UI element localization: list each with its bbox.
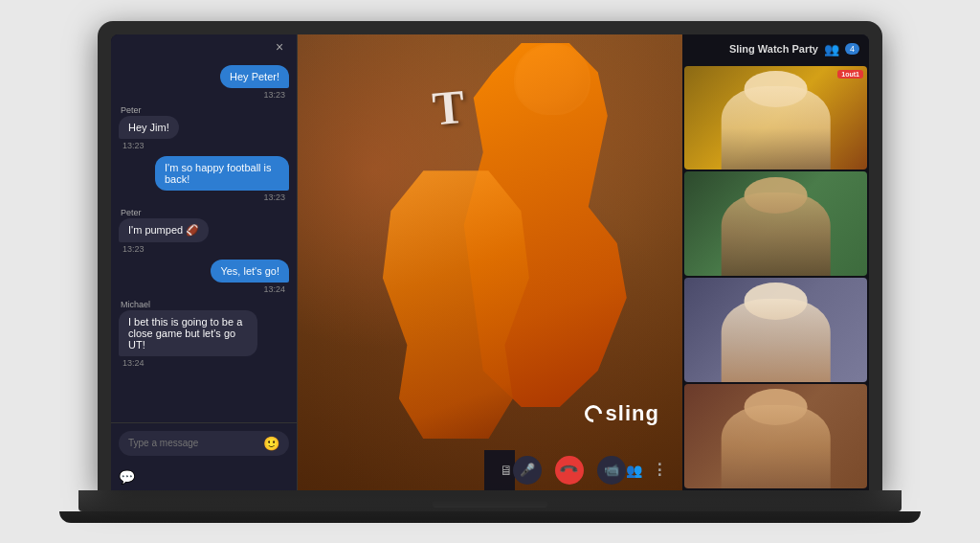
player-orange-secondary — [374, 170, 537, 439]
chat-sidebar: × Hey Peter! 13:23 Peter Hey Jim — [111, 34, 298, 490]
message-bubble-recv-4: I'm pumped 🏈 — [119, 218, 209, 242]
emoji-icon[interactable]: 🙂 — [263, 436, 279, 451]
msg-time-5: 13:24 — [119, 284, 285, 294]
participant-videos-grid: 1out1 — [682, 64, 869, 490]
msg-group-1: Hey Peter! 13:23 — [119, 65, 289, 100]
people-icon[interactable]: 👥 — [626, 463, 642, 478]
controls-right: 👥 ⋮ — [626, 461, 667, 479]
chat-header: × — [111, 34, 297, 59]
message-bubble-sent-1: Hey Peter! — [220, 65, 289, 88]
laptop-base — [78, 490, 902, 511]
watch-party-header: Sling Watch Party 👥 4 — [682, 34, 869, 64]
controls-center: 🎤 📞 📹 — [513, 456, 626, 485]
msg-time-3: 13:23 — [119, 192, 285, 202]
message-bubble-recv-6: I bet this is going to be a close game b… — [119, 310, 257, 356]
msg-group-5: Yes, let's go! 13:24 — [119, 260, 289, 294]
video-icon: 📹 — [604, 463, 619, 477]
msg-group-2: Peter Hey Jim! 13:23 — [119, 105, 289, 150]
message-bubble-sent-5: Yes, let's go! — [211, 260, 289, 283]
more-options-icon[interactable]: ⋮ — [652, 461, 667, 479]
msg-group-4: Peter I'm pumped 🏈 13:23 — [119, 208, 289, 254]
message-bubble-recv-2: Hey Jim! — [119, 116, 179, 139]
tennessee-t: T — [430, 79, 466, 137]
screen-share-icon[interactable]: 🖥 — [500, 463, 513, 478]
watch-party-title: Sling Watch Party — [692, 43, 818, 55]
participant-video-1: 1out1 — [684, 66, 867, 170]
sling-text: sling — [606, 401, 659, 426]
laptop-screen-shell: × Hey Peter! 13:23 Peter Hey Jim — [98, 21, 882, 490]
hangup-icon: 📞 — [559, 460, 580, 481]
right-panel: Sling Watch Party 👥 4 1out1 — [682, 34, 869, 490]
close-icon[interactable]: × — [276, 40, 289, 54]
chat-input-area: 🙂 — [111, 422, 297, 464]
message-bubble-sent-3: I'm so happy football is back! — [155, 156, 289, 191]
chat-messages: Hey Peter! 13:23 Peter Hey Jim! 13:23 I'… — [111, 59, 297, 422]
laptop-bottom-base — [59, 511, 921, 523]
participant-body-2 — [721, 192, 831, 276]
msg-sender-2: Peter — [121, 105, 289, 115]
msg-group-6: Michael I bet this is going to be a clos… — [119, 300, 289, 368]
hangup-button[interactable]: 📞 — [555, 456, 584, 485]
participant-body-4 — [721, 405, 831, 488]
msg-time-1: 13:23 — [119, 90, 285, 100]
chat-input-row: 🙂 — [119, 431, 289, 456]
controls-left: 🖥 — [500, 463, 513, 478]
chat-input[interactable] — [128, 438, 257, 448]
msg-sender-6: Michael — [121, 300, 289, 309]
chat-bottom-bar: 💬 — [111, 464, 297, 490]
football-background: T sling — [298, 34, 682, 490]
party-people-icon: 👥 — [824, 42, 839, 57]
video-button[interactable]: 📹 — [597, 456, 626, 485]
msg-time-6: 13:24 — [122, 358, 289, 368]
participant-video-4 — [684, 384, 867, 488]
app-container: × Hey Peter! 13:23 Peter Hey Jim — [111, 34, 869, 490]
msg-time-4: 13:23 — [122, 244, 289, 254]
main-video-area: T sling — [298, 34, 682, 490]
mic-button[interactable]: 🎤 — [513, 456, 542, 485]
participant-body-1 — [721, 86, 831, 170]
sling-logo: sling — [585, 401, 659, 426]
msg-sender-4: Peter — [121, 208, 289, 217]
participant-video-3 — [684, 278, 867, 382]
laptop-container: × Hey Peter! 13:23 Peter Hey Jim — [59, 21, 921, 523]
chat-bubble-icon[interactable]: 💬 — [119, 469, 135, 485]
bottom-controls-bar: 🖥 🎤 📞 📹 — [484, 450, 515, 490]
trackpad[interactable] — [433, 500, 547, 508]
participant-video-2 — [684, 171, 867, 276]
participant-body-3 — [721, 299, 831, 382]
msg-group-3: I'm so happy football is back! 13:23 — [119, 156, 289, 202]
mic-icon: 🎤 — [520, 463, 535, 477]
participant-count-badge: 4 — [845, 43, 859, 55]
sling-arc-icon — [581, 401, 605, 425]
msg-time-2: 13:23 — [122, 141, 289, 150]
live-badge-1: 1out1 — [837, 70, 863, 79]
laptop-bezel: × Hey Peter! 13:23 Peter Hey Jim — [111, 34, 869, 490]
